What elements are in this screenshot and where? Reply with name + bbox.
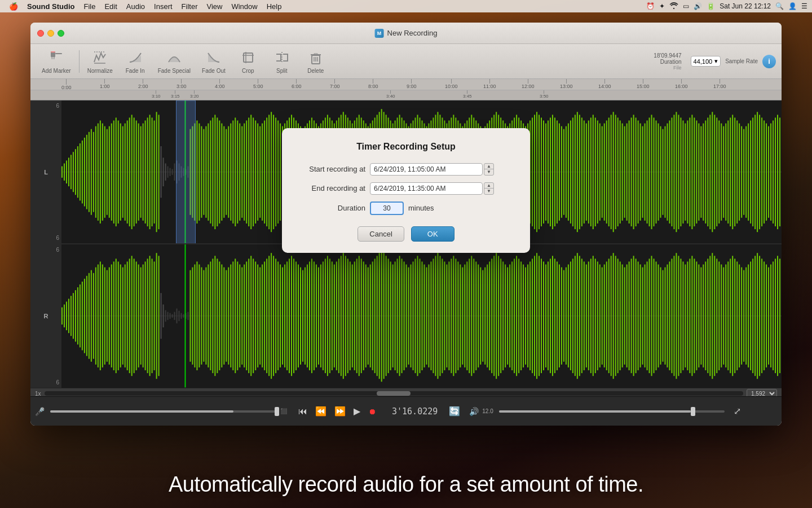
caption-text: Automatically record audio for a set amo… bbox=[0, 472, 812, 497]
start-recording-row: Start recording at ▲ ▼ bbox=[298, 163, 514, 176]
dialog-title: Timer Recording Setup bbox=[298, 142, 514, 152]
timer-recording-dialog: Timer Recording Setup Start recording at… bbox=[282, 128, 530, 253]
menu-window[interactable]: Window bbox=[227, 0, 262, 12]
app-window: M New Recording M Add Marker bbox=[30, 23, 782, 426]
volume-icon[interactable]: 🔊 bbox=[694, 2, 702, 10]
dialog-buttons: Cancel OK bbox=[298, 226, 514, 242]
battery-icon[interactable]: 🔋 bbox=[707, 2, 715, 10]
airplay-icon[interactable]: ▭ bbox=[683, 2, 689, 10]
end-datetime-field[interactable]: ▲ ▼ bbox=[370, 182, 494, 195]
datetime-display: Sat Jun 22 12:12 bbox=[720, 2, 771, 10]
end-stepper[interactable]: ▲ ▼ bbox=[484, 182, 494, 195]
app-name[interactable]: Sound Studio bbox=[23, 0, 79, 12]
user-icon[interactable]: 👤 bbox=[788, 2, 797, 10]
minutes-label: minutes bbox=[408, 204, 434, 212]
time-machine-icon[interactable]: ⏰ bbox=[646, 2, 655, 10]
start-datetime-input[interactable] bbox=[370, 163, 483, 176]
apple-menu[interactable]: 🍎 bbox=[5, 0, 23, 12]
dashboard-icon[interactable]: ✦ bbox=[659, 2, 665, 10]
start-stepper[interactable]: ▲ ▼ bbox=[484, 163, 494, 176]
start-datetime-field[interactable]: ▲ ▼ bbox=[370, 163, 494, 176]
end-stepper-down[interactable]: ▼ bbox=[484, 189, 493, 194]
desktop: 🍎 Sound Studio File Edit Audio Insert Fi… bbox=[0, 0, 812, 508]
cancel-button[interactable]: Cancel bbox=[358, 226, 404, 242]
svg-point-0 bbox=[673, 7, 674, 8]
end-stepper-up[interactable]: ▲ bbox=[484, 183, 493, 189]
end-label: End recording at bbox=[298, 184, 365, 192]
control-center-icon[interactable]: ☰ bbox=[801, 2, 807, 10]
end-recording-row: End recording at ▲ ▼ bbox=[298, 182, 514, 195]
menu-view[interactable]: View bbox=[202, 0, 227, 12]
menu-edit[interactable]: Edit bbox=[100, 0, 121, 12]
duration-row-label: Duration bbox=[298, 204, 365, 212]
menu-filter[interactable]: Filter bbox=[177, 0, 202, 12]
start-label: Start recording at bbox=[298, 165, 365, 173]
end-datetime-input[interactable] bbox=[370, 182, 483, 195]
duration-row: Duration minutes bbox=[298, 202, 514, 215]
start-stepper-up[interactable]: ▲ bbox=[484, 164, 493, 169]
duration-input[interactable] bbox=[370, 202, 404, 215]
menu-insert[interactable]: Insert bbox=[149, 0, 177, 12]
menubar-right: ⏰ ✦ ▭ 🔊 🔋 Sat Jun 22 12:12 🔍 👤 ☰ bbox=[646, 2, 807, 11]
menu-help[interactable]: Help bbox=[262, 0, 286, 12]
dialog-overlay: Timer Recording Setup Start recording at… bbox=[30, 23, 782, 426]
menubar: 🍎 Sound Studio File Edit Audio Insert Fi… bbox=[0, 0, 812, 12]
wifi-icon[interactable] bbox=[669, 2, 678, 11]
menu-file[interactable]: File bbox=[79, 0, 100, 12]
start-stepper-down[interactable]: ▼ bbox=[484, 169, 493, 175]
menu-audio[interactable]: Audio bbox=[122, 0, 149, 12]
search-icon[interactable]: 🔍 bbox=[775, 2, 784, 10]
ok-button[interactable]: OK bbox=[411, 226, 454, 242]
